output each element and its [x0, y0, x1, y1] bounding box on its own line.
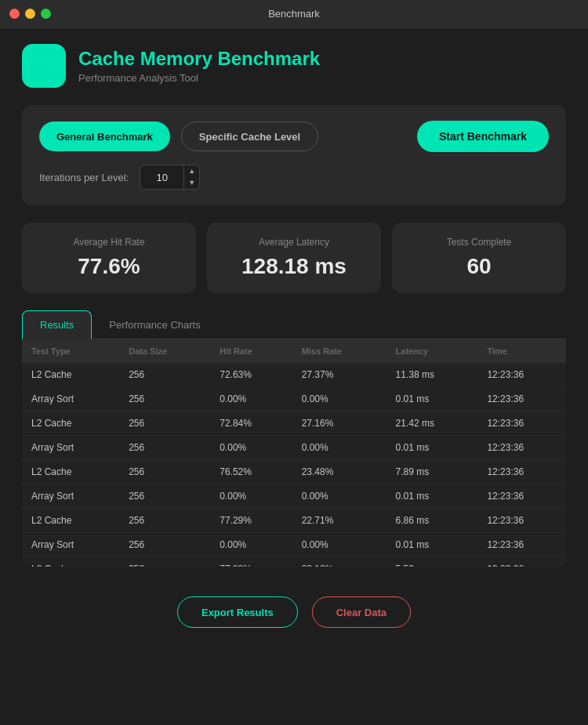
- cell-hit-rate: 0.00%: [210, 387, 292, 411]
- col-data-size: Data Size: [119, 339, 210, 363]
- cell-latency: 11.38 ms: [387, 363, 478, 387]
- cell-hit-rate: 76.52%: [210, 460, 292, 484]
- cell-latency: 0.01 ms: [387, 484, 478, 509]
- cell-time: 12:23:36: [477, 509, 566, 533]
- cell-miss-rate: 0.00%: [292, 436, 387, 460]
- app-icon: [22, 44, 66, 88]
- cell-hit-rate: 0.00%: [210, 436, 292, 460]
- cell-data-size: 256: [119, 533, 210, 557]
- table-row: Array Sort2560.00%0.00%0.01 ms12:23:36: [22, 387, 566, 411]
- cell-hit-rate: 0.00%: [210, 484, 292, 509]
- general-benchmark-button[interactable]: General Benchmark: [39, 121, 170, 151]
- cell-test-type: Array Sort: [22, 533, 119, 557]
- cell-data-size: 256: [119, 484, 210, 509]
- cell-miss-rate: 23.48%: [292, 460, 387, 484]
- cell-time: 12:23:36: [477, 363, 566, 387]
- stat-card-hit-rate: Average Hit Rate 77.6%: [22, 223, 196, 293]
- benchmark-type-row: General Benchmark Specific Cache Level S…: [39, 121, 549, 152]
- cell-time: 12:23:36: [477, 484, 566, 509]
- table-row: L2 Cache25672.63%27.37%11.38 ms12:23:36: [22, 363, 566, 387]
- iterations-label: Iterations per Level:: [39, 172, 129, 183]
- cell-time: 12:23:36: [477, 460, 566, 484]
- stat-card-latency: Average Latency 128.18 ms: [207, 223, 381, 293]
- stat-label-tests-complete: Tests Complete: [408, 237, 550, 248]
- cell-latency: 21.42 ms: [387, 411, 478, 436]
- cell-miss-rate: 27.37%: [292, 363, 387, 387]
- decrement-button[interactable]: ▼: [184, 177, 199, 189]
- cell-hit-rate: 77.88%: [210, 557, 292, 567]
- cell-test-type: L2 Cache: [22, 363, 119, 387]
- cell-miss-rate: 27.16%: [292, 411, 387, 436]
- specific-cache-button[interactable]: Specific Cache Level: [181, 121, 318, 151]
- cell-data-size: 256: [119, 509, 210, 533]
- cell-latency: 0.01 ms: [387, 533, 478, 557]
- cell-data-size: 256: [119, 460, 210, 484]
- cell-data-size: 256: [119, 557, 210, 567]
- stat-value-latency: 128.18 ms: [223, 254, 365, 279]
- table-header-row: Test Type Data Size Hit Rate Miss Rate L…: [22, 339, 566, 363]
- iterations-row: Iterations per Level: ▲ ▼: [39, 165, 549, 190]
- cell-data-size: 256: [119, 363, 210, 387]
- window-title: Benchmark: [268, 8, 320, 20]
- cell-test-type: L2 Cache: [22, 557, 119, 567]
- cell-miss-rate: 0.00%: [292, 387, 387, 411]
- col-hit-rate: Hit Rate: [210, 339, 292, 363]
- table-row: Array Sort2560.00%0.00%0.01 ms12:23:36: [22, 533, 566, 557]
- cell-hit-rate: 72.84%: [210, 411, 292, 436]
- stat-label-latency: Average Latency: [223, 237, 365, 248]
- table-row: L2 Cache25677.29%22.71%6.86 ms12:23:36: [22, 509, 566, 533]
- cell-miss-rate: 0.00%: [292, 533, 387, 557]
- stats-row: Average Hit Rate 77.6% Average Latency 1…: [22, 223, 566, 293]
- table-row: L2 Cache25672.84%27.16%21.42 ms12:23:36: [22, 411, 566, 436]
- table-row: L2 Cache25677.88%22.12%5.52 ms12:23:36: [22, 557, 566, 567]
- cell-data-size: 256: [119, 411, 210, 436]
- cell-latency: 0.01 ms: [387, 436, 478, 460]
- increment-button[interactable]: ▲: [184, 165, 199, 177]
- table-row: Array Sort2560.00%0.00%0.01 ms12:23:36: [22, 484, 566, 509]
- results-table-wrap[interactable]: Test Type Data Size Hit Rate Miss Rate L…: [22, 339, 566, 567]
- stat-card-tests-complete: Tests Complete 60: [392, 223, 566, 293]
- tab-performance-charts[interactable]: Performance Charts: [92, 310, 217, 339]
- cell-time: 12:23:36: [477, 533, 566, 557]
- options-panel: General Benchmark Specific Cache Level S…: [22, 105, 566, 205]
- col-test-type: Test Type: [22, 339, 119, 363]
- iterations-input[interactable]: [140, 172, 183, 183]
- cell-miss-rate: 22.71%: [292, 509, 387, 533]
- cell-time: 12:23:36: [477, 557, 566, 567]
- cell-time: 12:23:36: [477, 411, 566, 436]
- table-row: L2 Cache25676.52%23.48%7.89 ms12:23:36: [22, 460, 566, 484]
- cell-latency: 7.89 ms: [387, 460, 478, 484]
- cell-latency: 5.52 ms: [387, 557, 478, 567]
- stat-value-hit-rate: 77.6%: [38, 254, 180, 279]
- clear-data-button[interactable]: Clear Data: [312, 596, 411, 628]
- cell-miss-rate: 22.12%: [292, 557, 387, 567]
- minimize-button[interactable]: [25, 9, 35, 19]
- iterations-input-wrap: ▲ ▼: [140, 165, 200, 190]
- cell-data-size: 256: [119, 436, 210, 460]
- results-table: Test Type Data Size Hit Rate Miss Rate L…: [22, 339, 566, 567]
- footer: Export Results Clear Data: [0, 582, 588, 636]
- cell-test-type: Array Sort: [22, 387, 119, 411]
- app-title: Cache Memory Benchmark: [78, 48, 320, 70]
- col-time: Time: [477, 339, 566, 363]
- cell-test-type: L2 Cache: [22, 460, 119, 484]
- cell-test-type: L2 Cache: [22, 509, 119, 533]
- close-button[interactable]: [9, 9, 20, 19]
- cell-miss-rate: 0.00%: [292, 484, 387, 509]
- cell-latency: 6.86 ms: [387, 509, 478, 533]
- cell-latency: 0.01 ms: [387, 387, 478, 411]
- app-subtitle: Performance Analysis Tool: [78, 72, 320, 84]
- title-bar: Benchmark: [0, 0, 588, 28]
- main-content: Cache Memory Benchmark Performance Analy…: [0, 28, 588, 582]
- traffic-lights: [9, 9, 51, 19]
- col-latency: Latency: [387, 339, 478, 363]
- cell-test-type: L2 Cache: [22, 411, 119, 436]
- cell-data-size: 256: [119, 387, 210, 411]
- cell-hit-rate: 72.63%: [210, 363, 292, 387]
- cell-time: 12:23:36: [477, 387, 566, 411]
- table-body: L2 Cache25672.63%27.37%11.38 ms12:23:36A…: [22, 363, 566, 567]
- maximize-button[interactable]: [41, 9, 51, 19]
- export-results-button[interactable]: Export Results: [177, 596, 298, 628]
- start-benchmark-button[interactable]: Start Benchmark: [417, 121, 549, 152]
- tab-results[interactable]: Results: [22, 310, 92, 339]
